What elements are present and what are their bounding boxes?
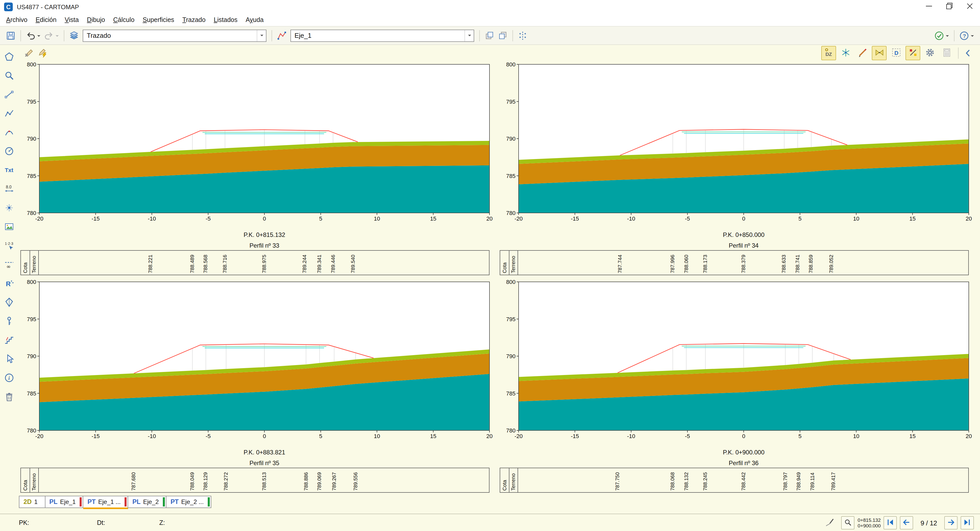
save-icon xyxy=(6,30,16,41)
image-tool-button[interactable] xyxy=(2,220,16,234)
last-page-button[interactable] xyxy=(961,516,974,529)
redo-button[interactable] xyxy=(42,29,61,42)
svg-text:790: 790 xyxy=(506,353,515,359)
svg-text:5: 5 xyxy=(798,215,801,222)
tab-pl-eje-1[interactable]: PLEje_1 xyxy=(45,496,83,508)
menu-item-superficies[interactable]: Superficies xyxy=(138,14,178,26)
close-button[interactable] xyxy=(959,0,980,14)
layers-button[interactable] xyxy=(67,29,81,42)
zoom-tool-button[interactable] xyxy=(2,69,16,83)
polygon-tool-button[interactable] xyxy=(2,50,16,64)
kite-tool-icon xyxy=(4,297,14,309)
delete-tool-button[interactable] xyxy=(2,390,16,404)
toolbar-separator xyxy=(272,30,272,41)
axis-combobox[interactable]: Eje_1 xyxy=(290,29,474,41)
select-tool-icon xyxy=(4,354,14,365)
svg-text:15: 15 xyxy=(430,433,436,439)
first-page-button[interactable] xyxy=(884,516,897,529)
window-title: US4877 - CARTOMAP xyxy=(17,3,79,10)
triangulation-toggle[interactable] xyxy=(838,46,853,60)
cota-value: 788.221 xyxy=(148,255,153,273)
previous-page-button[interactable] xyxy=(900,516,913,529)
quick-edit-button[interactable] xyxy=(36,46,49,60)
menu-item-listados[interactable]: Listados xyxy=(210,14,242,26)
infinite-line-tool-button[interactable]: ∞ xyxy=(2,258,16,272)
profile-steps-tool-button[interactable] xyxy=(2,333,16,348)
cross-section-toggle[interactable] xyxy=(872,46,886,60)
menu-item-archivo[interactable]: Archivo xyxy=(2,14,32,26)
info-tool-button[interactable]: i xyxy=(2,371,16,386)
tab-color-bar xyxy=(163,497,165,507)
svg-text:0: 0 xyxy=(263,433,266,439)
polyline-tool-button[interactable] xyxy=(2,107,16,121)
axis-select-button[interactable] xyxy=(275,29,288,42)
circle-tool-icon xyxy=(4,146,14,158)
menu-item-ayuda[interactable]: Ayuda xyxy=(242,14,268,26)
svg-text:800: 800 xyxy=(27,279,36,285)
measure-pen-icon[interactable] xyxy=(825,517,835,529)
svg-text:10: 10 xyxy=(853,215,859,222)
cross-section-chart-36[interactable]: -20-15-10-505101520780785790795800 xyxy=(498,277,977,443)
dz-reference-toggle[interactable]: DZ xyxy=(821,46,836,60)
slope-percent-toggle[interactable] xyxy=(905,46,920,60)
minimize-button[interactable] xyxy=(919,0,939,14)
svg-text:-10: -10 xyxy=(627,433,635,439)
select-tool-button[interactable] xyxy=(2,352,16,367)
next-page-button[interactable] xyxy=(944,516,958,529)
tab-pl-eje-2[interactable]: PLEje_2 xyxy=(128,496,166,508)
node-style-tool-button[interactable] xyxy=(2,201,16,215)
circle-tool-button[interactable] xyxy=(2,145,16,159)
tab-label: Eje_1 xyxy=(60,498,76,505)
cross-section-chart-34[interactable]: -20-15-10-505101520780785790795800 xyxy=(498,59,977,225)
tab-pt-eje-1[interactable]: PTEje_1 ... xyxy=(83,496,128,509)
text-tool-button[interactable]: Txt xyxy=(2,163,16,178)
undo-button[interactable] xyxy=(24,29,42,42)
find-pk-button[interactable] xyxy=(842,516,855,529)
arc-tool-button[interactable] xyxy=(2,126,16,140)
cota-value: 787.680 xyxy=(130,472,136,491)
main-toolbar: Trazado Eje_1 ? xyxy=(0,27,980,45)
menu-item-trazado[interactable]: Trazado xyxy=(178,14,210,26)
validate-button[interactable] xyxy=(932,29,951,42)
bring-view-front-button[interactable] xyxy=(483,29,496,42)
svg-text:5: 5 xyxy=(798,433,801,439)
pencil-x-icon xyxy=(24,48,34,58)
send-view-back-button[interactable] xyxy=(496,29,509,42)
app-logo-icon: C xyxy=(4,3,13,11)
help-circle-icon: ? xyxy=(959,30,969,41)
menu-item-vista[interactable]: Vista xyxy=(60,14,83,26)
save-button[interactable] xyxy=(4,29,18,42)
radius-tool-button[interactable]: R xyxy=(2,277,16,291)
dimension-tool-button[interactable]: 8.0 xyxy=(2,182,16,196)
layer-combobox-dropdown[interactable] xyxy=(257,30,266,41)
cota-value: 789.244 xyxy=(302,255,307,273)
compute-button[interactable] xyxy=(939,46,954,60)
guide-line-button[interactable] xyxy=(516,29,529,42)
d-annot-icon: D xyxy=(891,47,901,59)
axis-combobox-dropdown[interactable] xyxy=(465,30,474,41)
numbering-tool-button[interactable]: 1·2·3 xyxy=(2,239,16,253)
pin-tool-button[interactable] xyxy=(2,314,16,329)
kite-tool-button[interactable] xyxy=(2,296,16,310)
distance-annotation-toggle[interactable]: D xyxy=(889,46,904,60)
tool-sidebar: Txt8.01·2·3∞Ri xyxy=(0,45,18,510)
cota-terreno-band: CotaTerreno787.744787.996788.060788.1737… xyxy=(500,250,969,275)
cross-section-chart-35[interactable]: -20-15-10-505101520780785790795800 xyxy=(18,277,497,443)
menu-item-edicion[interactable]: Edición xyxy=(32,14,60,26)
overlap-squares-icon xyxy=(484,30,495,41)
menu-item-dibujo[interactable]: Dibujo xyxy=(83,14,109,26)
edit-locked-button[interactable] xyxy=(22,46,36,60)
line-tool-button[interactable] xyxy=(2,88,16,102)
layer-combobox[interactable]: Trazado xyxy=(83,29,266,41)
draw-profile-toggle[interactable] xyxy=(855,46,870,60)
profile-settings-button[interactable] xyxy=(922,46,937,60)
help-button[interactable]: ? xyxy=(958,29,976,42)
restore-button[interactable] xyxy=(939,0,959,14)
tab-pt-eje-2[interactable]: PTEje_2 ... xyxy=(166,496,211,508)
svg-text:20: 20 xyxy=(966,433,972,439)
cross-section-chart-33[interactable]: -20-15-10-505101520780785790795800 xyxy=(18,59,497,225)
tab-2d-1[interactable]: 2D1 xyxy=(19,496,45,508)
cota-value: 789.069 xyxy=(317,472,322,491)
menu-item-calculo[interactable]: Cálculo xyxy=(109,14,138,26)
collapse-panel-button[interactable] xyxy=(962,46,975,60)
